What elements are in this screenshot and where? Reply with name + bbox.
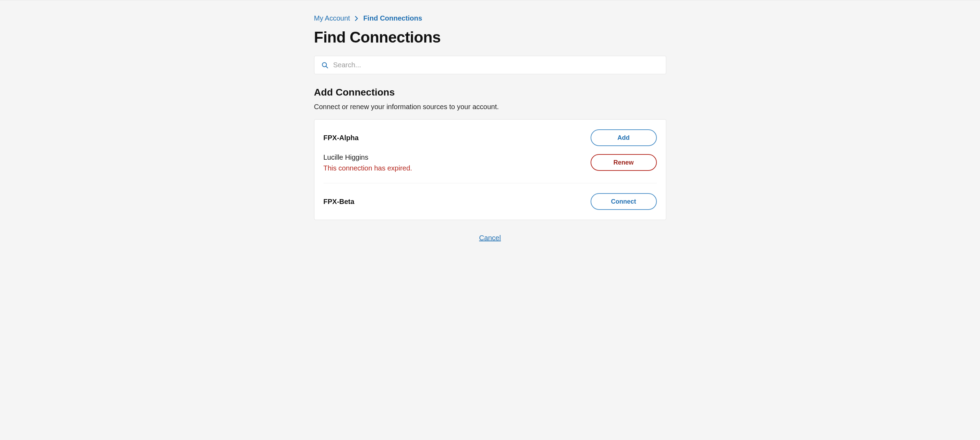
search-input[interactable] [333,61,659,69]
breadcrumb: My Account Find Connections [314,14,666,22]
section-description: Connect or renew your information source… [314,103,666,111]
breadcrumb-current: Find Connections [363,14,422,22]
connection-member-name: Lucille Higgins [323,151,412,163]
breadcrumb-parent-link[interactable]: My Account [314,14,350,22]
connection-group: FPX-Beta Connect [323,183,657,220]
connection-title: FPX-Alpha [323,134,359,142]
renew-button[interactable]: Renew [590,154,657,171]
connection-title: FPX-Beta [323,198,355,206]
search-icon [321,62,328,69]
connection-status-expired: This connection has expired. [323,163,412,173]
section-title: Add Connections [314,87,666,98]
search-box[interactable] [314,56,666,74]
add-button[interactable]: Add [590,129,657,146]
svg-line-1 [326,66,328,68]
page-title: Find Connections [314,29,666,46]
connection-member: Lucille Higgins This connection has expi… [323,151,412,173]
connect-button[interactable]: Connect [590,193,657,210]
cancel-link[interactable]: Cancel [479,234,501,242]
connection-group: FPX-Alpha Add Lucille Higgins This conne… [323,120,657,183]
chevron-right-icon [355,16,358,21]
connections-card: FPX-Alpha Add Lucille Higgins This conne… [314,119,666,220]
